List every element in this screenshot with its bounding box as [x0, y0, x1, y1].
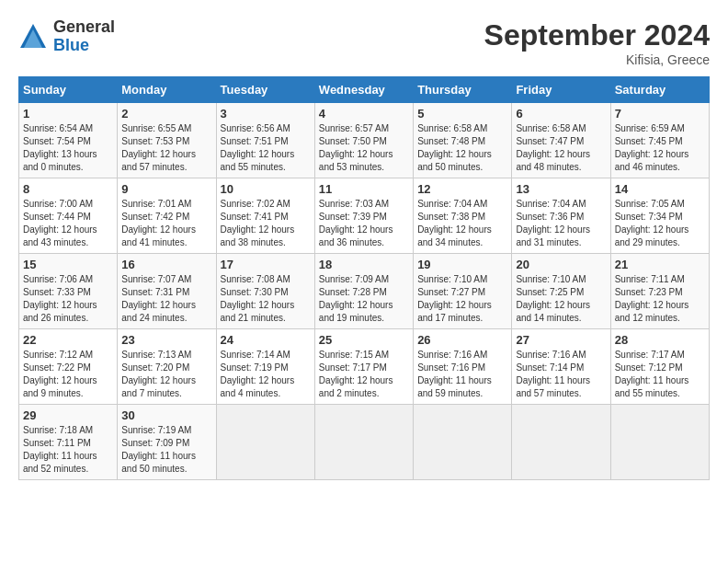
day-info: Sunrise: 7:04 AM Sunset: 7:36 PM Dayligh…: [516, 198, 606, 249]
day-info: Sunrise: 6:58 AM Sunset: 7:47 PM Dayligh…: [516, 122, 606, 174]
calendar-cell: 16Sunrise: 7:07 AM Sunset: 7:31 PM Dayli…: [118, 254, 216, 329]
calendar-week-row: 22Sunrise: 7:12 AM Sunset: 7:22 PM Dayli…: [19, 329, 710, 405]
calendar-cell: 22Sunrise: 7:12 AM Sunset: 7:22 PM Dayli…: [19, 329, 118, 405]
calendar-cell: 7Sunrise: 6:59 AM Sunset: 7:45 PM Daylig…: [610, 103, 709, 178]
day-info: Sunrise: 6:56 AM Sunset: 7:51 PM Dayligh…: [221, 122, 311, 174]
calendar-week-row: 1Sunrise: 6:54 AM Sunset: 7:54 PM Daylig…: [19, 103, 710, 178]
day-info: Sunrise: 6:54 AM Sunset: 7:54 PM Dayligh…: [23, 122, 113, 174]
day-info: Sunrise: 7:15 AM Sunset: 7:17 PM Dayligh…: [319, 349, 409, 400]
day-number: 5: [417, 107, 507, 121]
title-block: September 2024 Kifisia, Greece: [484, 18, 710, 67]
calendar-cell: [216, 405, 314, 480]
day-number: 15: [23, 258, 113, 271]
day-number: 18: [319, 258, 409, 271]
day-info: Sunrise: 7:14 AM Sunset: 7:19 PM Dayligh…: [221, 349, 311, 400]
day-number: 8: [23, 182, 113, 196]
calendar-cell: 13Sunrise: 7:04 AM Sunset: 7:36 PM Dayli…: [512, 178, 610, 254]
location: Kifisia, Greece: [484, 52, 710, 67]
day-info: Sunrise: 7:09 AM Sunset: 7:28 PM Dayligh…: [319, 273, 409, 325]
day-number: 13: [516, 182, 606, 196]
day-info: Sunrise: 7:03 AM Sunset: 7:39 PM Dayligh…: [319, 198, 409, 249]
day-number: 21: [615, 258, 705, 271]
month-title: September 2024: [484, 18, 710, 52]
calendar-cell: 8Sunrise: 7:00 AM Sunset: 7:44 PM Daylig…: [19, 178, 118, 254]
day-number: 2: [121, 107, 211, 121]
weekday-header-sunday: Sunday: [19, 77, 118, 103]
day-number: 17: [221, 258, 311, 271]
day-info: Sunrise: 6:59 AM Sunset: 7:45 PM Dayligh…: [615, 122, 705, 174]
day-number: 10: [221, 182, 311, 196]
day-number: 28: [615, 333, 705, 347]
day-info: Sunrise: 7:01 AM Sunset: 7:42 PM Dayligh…: [121, 198, 211, 249]
weekday-header-monday: Monday: [118, 77, 216, 103]
calendar-cell: 28Sunrise: 7:17 AM Sunset: 7:12 PM Dayli…: [610, 329, 709, 405]
calendar-cell: 15Sunrise: 7:06 AM Sunset: 7:33 PM Dayli…: [19, 254, 118, 329]
day-number: 9: [121, 182, 211, 196]
calendar-cell: 3Sunrise: 6:56 AM Sunset: 7:51 PM Daylig…: [216, 103, 314, 178]
calendar-cell: 29Sunrise: 7:18 AM Sunset: 7:11 PM Dayli…: [19, 405, 118, 480]
day-number: 24: [221, 333, 311, 347]
day-number: 19: [417, 258, 507, 271]
calendar-header: SundayMondayTuesdayWednesdayThursdayFrid…: [19, 77, 710, 103]
calendar-cell: 4Sunrise: 6:57 AM Sunset: 7:50 PM Daylig…: [314, 103, 413, 178]
day-number: 1: [23, 107, 113, 121]
day-info: Sunrise: 7:13 AM Sunset: 7:20 PM Dayligh…: [121, 349, 211, 400]
day-info: Sunrise: 7:04 AM Sunset: 7:38 PM Dayligh…: [417, 198, 507, 249]
calendar-cell: 21Sunrise: 7:11 AM Sunset: 7:23 PM Dayli…: [610, 254, 709, 329]
day-number: 14: [615, 182, 705, 196]
day-number: 6: [516, 107, 606, 121]
day-number: 30: [121, 408, 211, 422]
day-info: Sunrise: 6:58 AM Sunset: 7:48 PM Dayligh…: [417, 122, 507, 174]
calendar-body: 1Sunrise: 6:54 AM Sunset: 7:54 PM Daylig…: [19, 103, 710, 480]
calendar-cell: 6Sunrise: 6:58 AM Sunset: 7:47 PM Daylig…: [512, 103, 610, 178]
logo-general-text: General: [53, 18, 115, 37]
weekday-header-thursday: Thursday: [414, 77, 512, 103]
calendar-cell: 19Sunrise: 7:10 AM Sunset: 7:27 PM Dayli…: [414, 254, 512, 329]
calendar-cell: 30Sunrise: 7:19 AM Sunset: 7:09 PM Dayli…: [118, 405, 216, 480]
day-info: Sunrise: 7:18 AM Sunset: 7:11 PM Dayligh…: [23, 424, 113, 476]
calendar-cell: 2Sunrise: 6:55 AM Sunset: 7:53 PM Daylig…: [118, 103, 216, 178]
weekday-header-wednesday: Wednesday: [314, 77, 413, 103]
day-info: Sunrise: 7:08 AM Sunset: 7:30 PM Dayligh…: [221, 273, 311, 325]
calendar-cell: 17Sunrise: 7:08 AM Sunset: 7:30 PM Dayli…: [216, 254, 314, 329]
day-info: Sunrise: 7:12 AM Sunset: 7:22 PM Dayligh…: [23, 349, 113, 400]
calendar-cell: 9Sunrise: 7:01 AM Sunset: 7:42 PM Daylig…: [118, 178, 216, 254]
calendar-cell: 5Sunrise: 6:58 AM Sunset: 7:48 PM Daylig…: [414, 103, 512, 178]
day-info: Sunrise: 7:06 AM Sunset: 7:33 PM Dayligh…: [23, 273, 113, 325]
day-number: 29: [23, 408, 113, 422]
day-number: 22: [23, 333, 113, 347]
day-number: 16: [121, 258, 211, 271]
calendar-cell: [314, 405, 413, 480]
calendar-cell: 18Sunrise: 7:09 AM Sunset: 7:28 PM Dayli…: [314, 254, 413, 329]
calendar-cell: [512, 405, 610, 480]
day-number: 11: [319, 182, 409, 196]
day-info: Sunrise: 7:05 AM Sunset: 7:34 PM Dayligh…: [615, 198, 705, 249]
day-info: Sunrise: 7:16 AM Sunset: 7:16 PM Dayligh…: [417, 349, 507, 400]
weekday-header-tuesday: Tuesday: [216, 77, 314, 103]
day-info: Sunrise: 7:17 AM Sunset: 7:12 PM Dayligh…: [615, 349, 705, 400]
calendar-week-row: 29Sunrise: 7:18 AM Sunset: 7:11 PM Dayli…: [19, 405, 710, 480]
calendar-cell: [414, 405, 512, 480]
day-info: Sunrise: 6:57 AM Sunset: 7:50 PM Dayligh…: [319, 122, 409, 174]
day-number: 20: [516, 258, 606, 271]
weekday-header-friday: Friday: [512, 77, 610, 103]
day-info: Sunrise: 7:02 AM Sunset: 7:41 PM Dayligh…: [221, 198, 311, 249]
calendar-cell: 26Sunrise: 7:16 AM Sunset: 7:16 PM Dayli…: [414, 329, 512, 405]
weekday-header-row: SundayMondayTuesdayWednesdayThursdayFrid…: [19, 77, 710, 103]
calendar-cell: 20Sunrise: 7:10 AM Sunset: 7:25 PM Dayli…: [512, 254, 610, 329]
calendar-week-row: 8Sunrise: 7:00 AM Sunset: 7:44 PM Daylig…: [19, 178, 710, 254]
calendar-cell: 25Sunrise: 7:15 AM Sunset: 7:17 PM Dayli…: [314, 329, 413, 405]
calendar-cell: 23Sunrise: 7:13 AM Sunset: 7:20 PM Dayli…: [118, 329, 216, 405]
logo: General Blue: [18, 18, 115, 55]
day-info: Sunrise: 7:07 AM Sunset: 7:31 PM Dayligh…: [121, 273, 211, 325]
day-info: Sunrise: 7:16 AM Sunset: 7:14 PM Dayligh…: [516, 349, 606, 400]
day-number: 27: [516, 333, 606, 347]
day-info: Sunrise: 6:55 AM Sunset: 7:53 PM Dayligh…: [121, 122, 211, 174]
calendar-cell: 24Sunrise: 7:14 AM Sunset: 7:19 PM Dayli…: [216, 329, 314, 405]
logo-blue-text: Blue: [53, 37, 115, 55]
day-info: Sunrise: 7:00 AM Sunset: 7:44 PM Dayligh…: [23, 198, 113, 249]
day-info: Sunrise: 7:10 AM Sunset: 7:27 PM Dayligh…: [417, 273, 507, 325]
calendar-cell: [610, 405, 709, 480]
day-number: 7: [615, 107, 705, 121]
calendar-table: SundayMondayTuesdayWednesdayThursdayFrid…: [18, 76, 710, 480]
